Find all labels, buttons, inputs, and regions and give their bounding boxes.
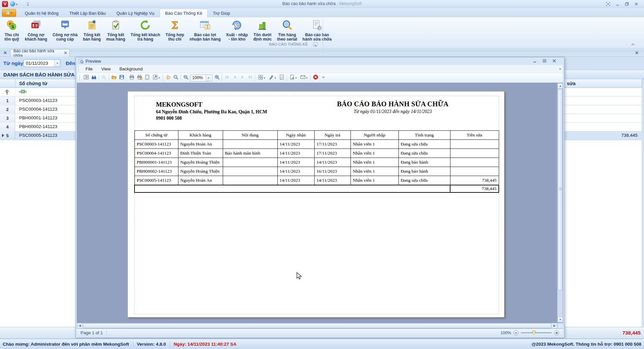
document-tab-active[interactable]: Báo cáo bảo hành sửa chữa bbox=[10, 49, 70, 57]
toolbar-separator bbox=[180, 74, 181, 81]
close-icon[interactable] bbox=[633, 1, 640, 7]
row-code[interactable]: PSC00005-141123 bbox=[19, 133, 57, 138]
scale-button[interactable]: ▾ bbox=[151, 74, 162, 81]
ribbon-tab-0[interactable]: Quản trị hệ thống bbox=[19, 9, 64, 17]
group-dialog-launcher-icon[interactable] bbox=[313, 42, 318, 47]
minimize-icon[interactable] bbox=[614, 1, 621, 7]
grid-column-header[interactable]: Số chứng từ bbox=[19, 81, 47, 86]
overflow-button[interactable] bbox=[319, 74, 327, 81]
row-code[interactable]: PSC00004-141123 bbox=[19, 107, 57, 112]
clipboard-check-icon bbox=[110, 19, 121, 32]
from-date-value[interactable]: 01/11/2023 bbox=[24, 60, 54, 67]
ribbon-button-8[interactable]: Xuất - nhập- tồn kho bbox=[223, 18, 251, 42]
export-icon bbox=[289, 74, 295, 81]
report-cell bbox=[450, 149, 499, 158]
menu-view[interactable]: View bbox=[97, 65, 115, 72]
ribbon-tab-1[interactable]: Thiết Lập Ban Đầu bbox=[64, 9, 111, 17]
zoom-input[interactable] bbox=[191, 75, 206, 81]
application-menu-button[interactable]: ▾ bbox=[2, 9, 16, 17]
zoom-slider-thumb[interactable] bbox=[532, 331, 535, 335]
page-setup-button[interactable] bbox=[143, 74, 151, 81]
report-cell: 14/11/2023 bbox=[314, 158, 351, 167]
ribbon-button-0[interactable]: €$Thu chitồn quỹ bbox=[1, 18, 22, 42]
menu-background[interactable]: Background bbox=[115, 65, 147, 72]
last-page-button[interactable] bbox=[246, 74, 254, 81]
find-button[interactable] bbox=[90, 74, 98, 81]
prev-page-button[interactable] bbox=[231, 74, 238, 81]
cycle-clock-icon bbox=[231, 19, 243, 32]
scroll-down-icon[interactable]: ▼ bbox=[557, 317, 563, 323]
zoom-slider[interactable] bbox=[521, 332, 552, 333]
vertical-scroll-thumb[interactable] bbox=[558, 89, 562, 290]
scroll-left-icon[interactable]: ◀ bbox=[77, 323, 83, 328]
ribbon-button-4[interactable]: Tổng kếtmua hàng bbox=[104, 18, 128, 42]
tab-close-icon[interactable] bbox=[64, 51, 67, 55]
save-button[interactable] bbox=[118, 74, 125, 81]
menu-file[interactable]: File bbox=[81, 65, 97, 72]
row-code[interactable]: PBH00002-141123 bbox=[19, 124, 57, 129]
preview-horizontal-scrollbar[interactable]: ◀ ▶ bbox=[77, 323, 557, 329]
quick-print-button[interactable] bbox=[136, 74, 143, 81]
hand-tool-button[interactable] bbox=[164, 74, 172, 81]
print-button[interactable] bbox=[128, 74, 136, 81]
panel-close-icon[interactable] bbox=[634, 50, 639, 55]
scroll-up-icon[interactable]: ▲ bbox=[557, 83, 563, 89]
ribbon-button-1[interactable]: Công nợkhách hàng bbox=[22, 18, 50, 42]
main-statusbar: Chào mừng: Administrator đến với phần mề… bbox=[0, 339, 644, 349]
ribbon-tab-3[interactable]: Báo Cáo Thống Kê bbox=[160, 9, 207, 17]
zoom-in-button[interactable] bbox=[554, 330, 559, 335]
page-color-button[interactable]: ▾ bbox=[267, 74, 278, 81]
zoom-out-button[interactable] bbox=[514, 330, 519, 335]
ribbon-tab-2[interactable]: Quản Lý Nghiệp Vụ bbox=[111, 9, 160, 17]
customize-button[interactable] bbox=[100, 74, 108, 81]
email-button[interactable]: ▾ bbox=[299, 74, 309, 81]
preview-minimize-icon[interactable] bbox=[531, 58, 539, 63]
export-button[interactable]: ▾ bbox=[288, 74, 299, 81]
row-code[interactable]: PBH00001-141123 bbox=[19, 115, 57, 120]
thumbnails-button[interactable] bbox=[82, 74, 90, 81]
from-date-input[interactable]: 01/11/2023 ▾ bbox=[23, 59, 60, 67]
fullscreen-icon[interactable] bbox=[604, 1, 612, 7]
first-page-button[interactable] bbox=[223, 74, 231, 81]
ribbon-button-10[interactable]: Tìm hàngtheo serial bbox=[274, 18, 300, 42]
horizontal-scroll-thumb[interactable] bbox=[83, 323, 551, 328]
ribbon-button-7[interactable]: ΣBáo cáo lợinhuận bán hàng bbox=[187, 18, 223, 42]
zoom-in-button[interactable] bbox=[213, 74, 221, 81]
preview-close-icon[interactable] bbox=[550, 58, 558, 63]
watermark-button[interactable] bbox=[278, 74, 285, 81]
ribbon-button-label: Tổng kết kháchtrả hàng bbox=[130, 33, 160, 42]
restore-icon[interactable] bbox=[623, 1, 631, 7]
ribbon-button-3[interactable]: Tổng kếtbán hàng bbox=[80, 18, 103, 42]
ribbon-button-6[interactable]: ΣTổng hợpthu chi bbox=[163, 18, 187, 42]
scroll-right-icon[interactable]: ▶ bbox=[552, 323, 557, 328]
multi-page-button[interactable]: ▾ bbox=[256, 74, 267, 81]
close-all-tabs-icon[interactable] bbox=[2, 50, 8, 56]
prev-page-icon bbox=[232, 74, 237, 81]
ribbon-tab-4[interactable]: Trợ Giúp bbox=[208, 9, 235, 17]
search-icon bbox=[281, 19, 293, 32]
open-button[interactable] bbox=[110, 74, 118, 81]
ribbon-body: €$Thu chitồn quỹCông nợkhách hàngCông nợ… bbox=[0, 17, 644, 49]
preview-titlebar[interactable]: Preview bbox=[76, 57, 564, 65]
zoom-combo-dropdown-icon[interactable]: ▾ bbox=[206, 75, 211, 81]
toolbar-grip[interactable] bbox=[79, 75, 81, 81]
zoom-combo[interactable]: ▾ bbox=[190, 74, 212, 81]
first-page-icon bbox=[224, 74, 230, 81]
menubar-overflow-icon[interactable]: ▾ bbox=[559, 67, 561, 71]
preview-restore-icon[interactable] bbox=[540, 58, 548, 63]
ribbon-collapse-icon[interactable] bbox=[631, 42, 636, 47]
zoom-out-button[interactable] bbox=[182, 74, 190, 81]
ribbon-button-11[interactable]: Báo cáo bảohành sửa chữa bbox=[300, 18, 334, 42]
ribbon-button-9[interactable]: Tồn dướiđịnh mức bbox=[251, 18, 274, 42]
date-dropdown-icon[interactable]: ▾ bbox=[54, 60, 60, 67]
ribbon-button-5[interactable]: Tổng kết kháchtrả hàng bbox=[128, 18, 163, 42]
close-preview-button[interactable] bbox=[312, 74, 319, 81]
preview-vertical-scrollbar[interactable]: ▲ ▼ bbox=[557, 83, 563, 323]
menubar-grip[interactable] bbox=[78, 66, 80, 72]
magnifier-button[interactable] bbox=[172, 74, 179, 81]
next-page-button[interactable] bbox=[238, 74, 246, 81]
ribbon-button-2[interactable]: Công nợ nhàcung cấp bbox=[50, 18, 80, 42]
grid-right-column-header[interactable]: sửa bbox=[567, 81, 576, 86]
row-code[interactable]: PSC00003-141123 bbox=[19, 98, 57, 103]
ribbon-group-separator bbox=[323, 19, 323, 63]
